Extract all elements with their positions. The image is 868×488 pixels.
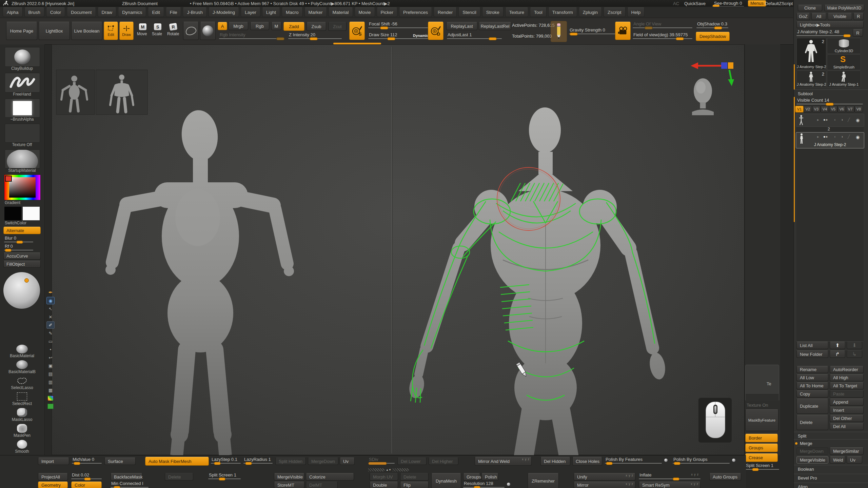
material-button[interactable] <box>200 22 216 40</box>
brush-off-icon[interactable]: ✕ <box>46 313 55 321</box>
mid-value-slider[interactable]: MidValue 0 <box>72 457 102 464</box>
dynamesh-button[interactable]: DynaMesh <box>431 473 461 488</box>
all-low-button[interactable]: All Low <box>796 374 828 381</box>
tab-v8[interactable]: V8 <box>854 106 863 113</box>
subtool-section-header[interactable]: Subtool <box>794 89 868 97</box>
merge-visible-button[interactable]: MergeVisible <box>796 456 828 464</box>
basicmaterialb-thumb[interactable] <box>14 360 31 370</box>
stroke-curve-s-button[interactable]: S <box>349 22 365 40</box>
tool-thumb-step1[interactable]: J Anatomy Step-1 <box>827 70 861 87</box>
goz-button[interactable]: GoZ <box>796 13 810 20</box>
move-down-button[interactable]: ⬇ <box>847 342 862 349</box>
auto-groups-button[interactable]: Auto Groups <box>709 473 741 481</box>
color-button[interactable]: Color <box>71 482 102 488</box>
flip-button[interactable]: Flip <box>400 482 429 488</box>
lightbox-tools-button[interactable]: Lightbox▶Tools <box>796 21 864 28</box>
tool-thumb-simplebrush[interactable]: S SimpleBrush <box>827 54 861 70</box>
clone-button[interactable]: Clone <box>798 5 822 11</box>
delete-row2-button[interactable]: Delete <box>165 473 193 481</box>
brush-slash-icon[interactable]: ╱ <box>848 135 850 139</box>
maskpen-thumb[interactable] <box>14 423 31 433</box>
merge-down-bottom-button[interactable]: MergeDown <box>308 458 338 465</box>
menus-button[interactable]: Menus <box>748 0 766 6</box>
split-hidden-button[interactable]: Split Hidden <box>275 458 306 465</box>
align-section-header[interactable]: Align <box>794 483 868 488</box>
eraser-icon[interactable]: ▭ <box>46 338 55 345</box>
groups-bottom-button[interactable]: Groups <box>463 473 480 481</box>
all-high-button[interactable]: All High <box>830 374 864 381</box>
all-to-target-button[interactable]: All To Target <box>830 382 864 389</box>
angle-of-view-slider[interactable]: Angle Of View <box>633 21 692 28</box>
pencil-tool-icon[interactable]: ✎ <box>46 329 55 337</box>
menu-item[interactable]: Preferences <box>399 7 432 17</box>
mrgb-button[interactable]: Mrgb <box>229 22 248 30</box>
menu-item[interactable]: Layer <box>241 7 260 17</box>
rf-slider[interactable]: Rf 0 <box>4 244 33 250</box>
brush-claybuildup-thumb[interactable] <box>5 47 40 67</box>
selectlasso-thumb[interactable] <box>14 375 31 386</box>
uv-button[interactable]: Uv <box>847 456 862 464</box>
split-section-header[interactable]: Split <box>794 432 868 439</box>
half-visibility-icon[interactable]: ◐ <box>834 118 836 122</box>
tool-thumb-cylinder[interactable]: Cylinder3D <box>827 38 861 54</box>
half-visibility-icon[interactable]: ◐ <box>834 135 836 139</box>
palette-icon[interactable] <box>46 394 55 402</box>
lightbox-button[interactable]: LightBox <box>39 22 70 40</box>
menu-item[interactable]: Dynamics <box>118 7 146 17</box>
lazy-step-slider[interactable]: LazyStep 0.1 <box>211 457 241 464</box>
brush-preview-sphere[interactable] <box>3 272 40 309</box>
sdiv-slider[interactable]: SDiv <box>368 457 395 464</box>
colorize-button[interactable]: Colorize <box>306 473 354 481</box>
difference-icon[interactable]: ◑ <box>841 135 843 139</box>
merge-down-button[interactable]: MergeDown <box>796 447 828 455</box>
subtool-item-2-selected[interactable]: ▸ ●● ◐ ◑ ╱ ◉ J Anatomy Step-2 <box>796 132 864 148</box>
rgb-intensity-slider[interactable]: Rgb Intensity <box>219 32 284 39</box>
dynamic-label[interactable]: Dynamic <box>413 34 429 38</box>
tab-v1[interactable]: V1 <box>795 106 804 113</box>
border-button[interactable]: Border <box>745 434 778 442</box>
mask-by-feature-button[interactable]: MaskByFeature <box>745 409 778 431</box>
mirror-and-weld-button[interactable]: Mirror And Weldx y z <box>475 457 532 466</box>
menu-item[interactable]: Zscript <box>604 7 626 17</box>
current-stroke-preview[interactable] <box>551 21 567 42</box>
secondary-color-swatch[interactable] <box>22 206 40 221</box>
unify-button[interactable]: Unifyx y z <box>574 473 635 481</box>
min-connected-slider[interactable]: Min Connected I <box>111 481 149 488</box>
texture-preview-box[interactable]: Te <box>745 365 779 401</box>
geometry-button[interactable]: Geometry <box>38 482 68 488</box>
paint-icon[interactable]: ●● <box>823 118 828 122</box>
rename-button[interactable]: Rename <box>796 366 828 373</box>
quicksave-button[interactable]: QuickSave <box>684 1 706 6</box>
goz-all-button[interactable]: All <box>811 13 826 20</box>
menu-item[interactable]: Document <box>67 7 96 17</box>
new-folder-button[interactable]: New Folder <box>796 350 828 358</box>
green-swatch-icon[interactable] <box>46 403 55 410</box>
stroke-freehand-thumb[interactable] <box>5 73 40 93</box>
folder-up-button[interactable]: ↱ <box>830 350 845 358</box>
list-all-button[interactable]: List All <box>796 342 828 349</box>
close-holes-button[interactable]: Close Holes <box>572 457 602 466</box>
adjust-last-slider[interactable]: AdjustLast 1 <box>447 32 502 39</box>
del-higher-button[interactable]: Del Higher <box>429 458 458 465</box>
dist-slider[interactable]: Dist 0.02 <box>71 472 102 479</box>
make-polymesh3d-button[interactable]: Make PolyMesh3D <box>824 5 864 11</box>
clipboard-icon[interactable]: ▤ <box>46 370 55 378</box>
stroke-button[interactable] <box>183 22 199 40</box>
tab-v4[interactable]: V4 <box>821 106 829 113</box>
split-screen-bottom-slider[interactable]: Split Screen 1 <box>208 472 241 479</box>
difference-icon[interactable]: ◑ <box>841 118 843 122</box>
dot-icon[interactable]: • <box>46 346 55 353</box>
alpha-channel-button[interactable]: A <box>218 22 227 30</box>
draw-button[interactable]: Draw <box>119 22 134 40</box>
m-button[interactable]: M <box>271 22 281 30</box>
menu-item[interactable]: Texture <box>505 7 528 17</box>
main-color-swatch[interactable] <box>4 206 22 221</box>
all-to-home-button[interactable]: All To Home <box>796 382 828 389</box>
menu-item[interactable]: Tool <box>530 7 547 17</box>
delete-row2b-button[interactable]: Delete <box>400 473 429 481</box>
tab-v6[interactable]: V6 <box>837 106 846 113</box>
texture-on-button[interactable]: Texture On <box>747 403 768 408</box>
mirror-button[interactable]: Mirrorx y z <box>574 482 635 488</box>
split-screen-slider[interactable]: Split Screen 1 <box>745 463 779 470</box>
live-boolean-button[interactable]: Live Boolean <box>71 22 102 40</box>
